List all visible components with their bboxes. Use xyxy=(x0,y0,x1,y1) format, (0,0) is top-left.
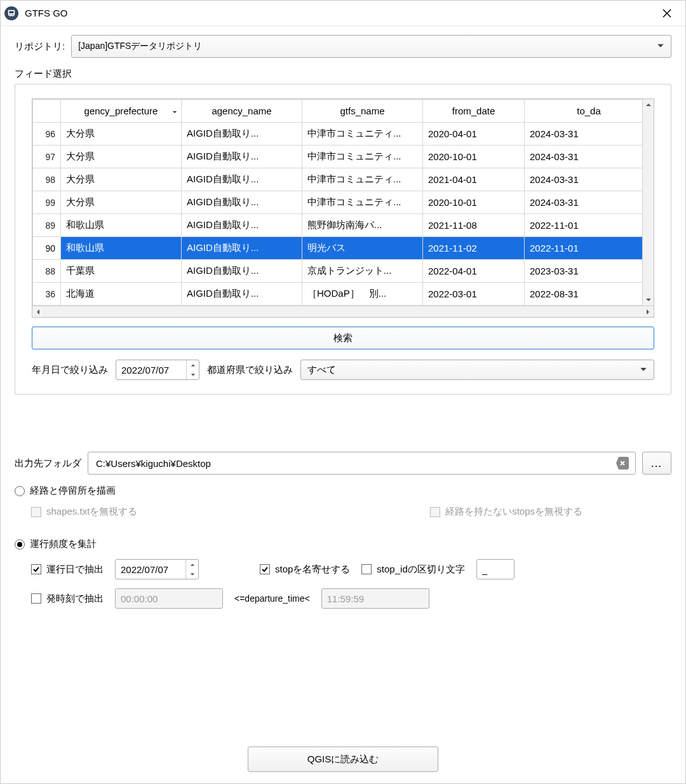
table-row[interactable]: 99大分県AIGID自動取り...中津市コミュニティ...2020-10-012… xyxy=(33,191,654,214)
pref-filter-label: 都道府県で絞り込み xyxy=(207,364,293,376)
titlebar: GTFS GO xyxy=(1,1,685,26)
feed-section-label: フィード選択 xyxy=(15,68,671,80)
cell: AIGID自動取り... xyxy=(182,168,302,191)
cell: 2024-03-31 xyxy=(525,123,654,145)
cell: 2020-04-01 xyxy=(423,123,525,145)
cell: 2021-11-02 xyxy=(423,237,525,260)
cb-filter-by-date[interactable]: 運行日で抽出 xyxy=(31,564,104,576)
dialog-window: GTFS GO リポジトリ: [Japan]GTFSデータリポジトリ フィード選… xyxy=(0,0,686,784)
output-folder-label: 出力先フォルダ xyxy=(15,457,81,470)
cell: 2022-03-01 xyxy=(423,283,525,306)
cell: 中津市コミュニティ... xyxy=(302,123,423,145)
col-to-date[interactable]: to_da xyxy=(525,100,654,123)
radio-draw-routes[interactable]: 経路と停留所を描画 xyxy=(15,485,671,497)
table-row[interactable]: 96大分県AIGID自動取り...中津市コミュニティ...2020-04-012… xyxy=(33,123,654,145)
row-number: 97 xyxy=(33,145,61,168)
checkbox-icon xyxy=(430,507,440,517)
cell: 明光バス xyxy=(302,237,423,260)
chevron-down-icon xyxy=(657,41,664,51)
output-folder-field[interactable] xyxy=(95,457,616,470)
spin-down-icon[interactable] xyxy=(186,569,198,579)
close-button[interactable] xyxy=(652,3,682,24)
radio-aggregate-freq[interactable]: 運行頻度を集計 xyxy=(15,538,671,550)
cb-ignore-shapes: shapes.txtを無視する xyxy=(31,506,137,518)
scroll-down-icon[interactable] xyxy=(643,294,654,306)
row-number: 88 xyxy=(33,260,61,283)
table-row[interactable]: 89和歌山県AIGID自動取り...熊野御坊南海バ...2021-11-0820… xyxy=(33,214,654,237)
cell: 2021-04-01 xyxy=(423,168,525,191)
cb-stopid-delimiter[interactable]: stop_idの区切り文字 xyxy=(361,564,464,576)
feed-group: gency_prefecture agency_name gtfs_name f… xyxy=(15,84,671,395)
row-number: 98 xyxy=(33,168,61,191)
cell: 2021-11-08 xyxy=(423,214,525,237)
col-gtfs-name[interactable]: gtfs_name xyxy=(302,100,423,123)
cell: 大分県 xyxy=(61,123,182,145)
load-into-qgis-button[interactable]: QGISに読み込む xyxy=(248,747,438,772)
row-number: 96 xyxy=(33,123,61,145)
row-number: 89 xyxy=(33,214,61,237)
checkbox-icon xyxy=(260,564,270,574)
cell: 大分県 xyxy=(61,191,182,214)
cell: 2022-11-01 xyxy=(525,214,654,237)
cell: AIGID自動取り... xyxy=(182,214,302,237)
spin-up-icon[interactable] xyxy=(186,560,198,569)
pref-filter-combo[interactable]: すべて xyxy=(300,360,654,380)
row-number: 90 xyxy=(33,237,61,260)
table-row[interactable]: 90和歌山県AIGID自動取り...明光バス2021-11-022022-11-… xyxy=(33,237,654,260)
feed-table[interactable]: gency_prefecture agency_name gtfs_name f… xyxy=(32,99,654,306)
vertical-scrollbar[interactable] xyxy=(642,99,654,306)
date-filter-label: 年月日で絞り込み xyxy=(32,364,108,376)
search-button[interactable]: 検索 xyxy=(32,327,654,349)
date-filter-field[interactable] xyxy=(116,365,186,375)
cell: 和歌山県 xyxy=(61,214,182,237)
table-row[interactable]: 98大分県AIGID自動取り...中津市コミュニティ...2021-04-012… xyxy=(33,168,654,191)
stopid-delim-field[interactable] xyxy=(476,559,514,579)
col-from-date[interactable]: from_date xyxy=(423,100,525,123)
cell: 2020-10-01 xyxy=(423,145,525,168)
cell: AIGID自動取り... xyxy=(182,260,302,283)
cell: 2024-03-31 xyxy=(525,168,654,191)
clear-input-icon[interactable] xyxy=(616,457,629,470)
repository-combo[interactable]: [Japan]GTFSデータリポジトリ xyxy=(71,35,671,58)
cell: AIGID自動取り... xyxy=(182,145,302,168)
rownum-header[interactable] xyxy=(33,100,61,123)
table-row[interactable]: 88千葉県AIGID自動取り...京成トランジット...2022-04-0120… xyxy=(33,260,654,283)
cell: 大分県 xyxy=(61,145,182,168)
cb-filter-by-time[interactable]: 発時刻で抽出 xyxy=(31,593,104,605)
cell: 2022-04-01 xyxy=(423,260,525,283)
repository-value: [Japan]GTFSデータリポジトリ xyxy=(78,41,202,52)
col-prefecture[interactable]: gency_prefecture xyxy=(61,100,182,123)
table-header-row: gency_prefecture agency_name gtfs_name f… xyxy=(33,100,654,123)
cell: 京成トランジット... xyxy=(302,260,423,283)
col-agency-name[interactable]: agency_name xyxy=(182,100,302,123)
freq-date-field[interactable] xyxy=(116,564,185,575)
horizontal-scrollbar[interactable] xyxy=(32,306,654,317)
cell: 2022-08-31 xyxy=(525,283,654,306)
scroll-right-icon[interactable] xyxy=(642,309,654,315)
checkbox-icon xyxy=(361,564,372,574)
cell: AIGID自動取り... xyxy=(182,191,302,214)
output-folder-input[interactable] xyxy=(88,452,636,475)
browse-button[interactable]: … xyxy=(642,452,671,475)
checkbox-icon xyxy=(31,507,41,517)
repository-label: リポジトリ: xyxy=(15,41,65,53)
cell: AIGID自動取り... xyxy=(182,283,302,306)
cb-ignore-orphan-stops: 経路を持たないstopsを無視する xyxy=(430,506,582,518)
row-number: 99 xyxy=(33,191,61,214)
freq-date-input[interactable] xyxy=(115,559,199,579)
spin-down-icon[interactable] xyxy=(187,370,199,379)
cb-merge-stops[interactable]: stopを名寄せする xyxy=(260,564,350,576)
radio-icon xyxy=(15,486,25,496)
row-number: 36 xyxy=(33,283,61,306)
cell: 中津市コミュニティ... xyxy=(302,168,423,191)
date-filter-input[interactable] xyxy=(116,360,199,380)
cell: 大分県 xyxy=(61,168,182,191)
scroll-left-icon[interactable] xyxy=(32,309,44,315)
spin-up-icon[interactable] xyxy=(187,360,199,370)
cell: 中津市コミュニティ... xyxy=(302,191,423,214)
scroll-up-icon[interactable] xyxy=(643,99,654,111)
time-condition-label: <=departure_time< xyxy=(234,593,310,604)
time-from-field xyxy=(115,588,223,609)
table-row[interactable]: 97大分県AIGID自動取り...中津市コミュニティ...2020-10-012… xyxy=(33,145,654,168)
table-row[interactable]: 36北海道AIGID自動取り...［HODaP］ 別...2022-03-012… xyxy=(33,283,654,306)
